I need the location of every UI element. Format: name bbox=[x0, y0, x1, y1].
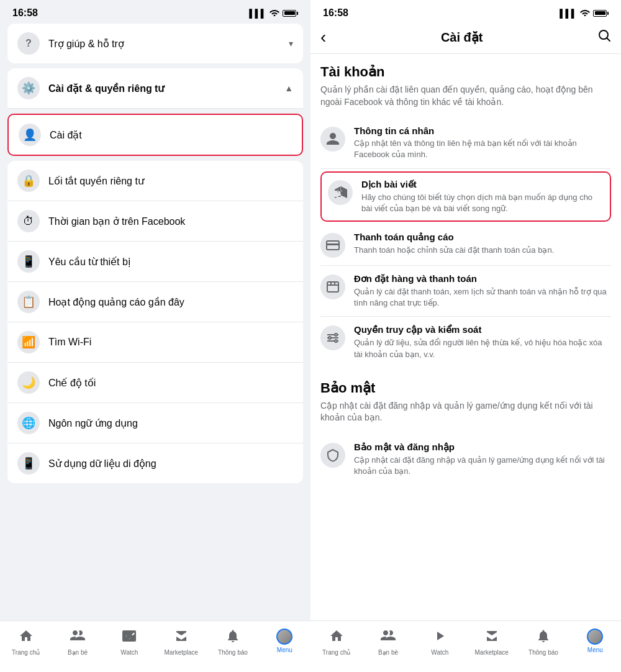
dark-mode-item[interactable]: 🌙 Chế độ tối bbox=[7, 363, 303, 403]
don-dat-hang-item[interactable]: Đơn đặt hàng và thanh toán Quản lý cài đ… bbox=[320, 266, 611, 317]
help-section: ? Trợ giúp & hỗ trợ ▾ bbox=[7, 24, 303, 63]
left-status-bar: 16:58 ▌▌▌ bbox=[0, 0, 310, 24]
watch-label: Watch bbox=[120, 649, 138, 656]
time-on-fb-item[interactable]: ⏱ Thời gian bạn ở trên Facebook bbox=[7, 201, 303, 242]
data-usage-label: Sử dụng dữ liệu di động bbox=[48, 458, 293, 470]
cai-dat-item[interactable]: 👤 Cài đặt bbox=[9, 115, 302, 155]
bao-mat-title: Bảo mật bbox=[320, 380, 611, 396]
globe-icon: 🌐 bbox=[17, 412, 40, 434]
help-icon: ? bbox=[17, 32, 40, 55]
tai-khoan-title: Tài khoản bbox=[320, 64, 611, 80]
clock-icon: ⏱ bbox=[17, 210, 40, 232]
battery-icon bbox=[283, 10, 298, 17]
search-button[interactable] bbox=[597, 29, 611, 46]
left-nav-home[interactable]: Trang chủ bbox=[0, 626, 52, 658]
right-nav-marketplace[interactable]: Marketplace bbox=[466, 626, 517, 658]
translate-icon bbox=[328, 180, 353, 205]
quyen-truy-cap-item[interactable]: Quyền truy cập và kiểm soát Quản lý dữ l… bbox=[320, 317, 611, 367]
bao-mat-desc: Cập nhật cài đặt đăng nhập và quản lý ga… bbox=[320, 400, 611, 424]
left-nav-marketplace[interactable]: Marketplace bbox=[155, 626, 207, 658]
right-nav-watch[interactable]: Watch bbox=[414, 626, 466, 658]
thong-tin-ca-nhan-desc: Cập nhật tên và thông tin liên hệ mà bạn… bbox=[354, 138, 611, 160]
thong-tin-ca-nhan-content: Thông tin cá nhân Cập nhật tên và thông … bbox=[354, 125, 611, 160]
right-panel: 16:58 ▌▌▌ ‹ Cài đặt bbox=[310, 0, 621, 672]
quyen-truy-cap-desc: Quản lý dữ liệu, sửa đổi người liên hệ t… bbox=[354, 337, 611, 360]
right-nav-home[interactable]: Trang chủ bbox=[310, 626, 362, 658]
thong-tin-ca-nhan-item[interactable]: Thông tin cá nhân Cập nhật tên và thông … bbox=[320, 118, 611, 168]
bao-mat-dang-nhap-content: Bảo mật và đăng nhập Cập nhật cài đặt đă… bbox=[354, 442, 611, 477]
settings-header[interactable]: ⚙️ Cài đặt & quyền riêng tư ▲ bbox=[7, 68, 303, 109]
settings-header-label: Cài đặt & quyền riêng tư bbox=[48, 83, 284, 94]
right-watch-icon bbox=[432, 629, 447, 647]
cai-dat-icon: 👤 bbox=[19, 124, 41, 146]
settings-gear-icon: ⚙️ bbox=[17, 77, 40, 99]
right-friends-icon bbox=[380, 629, 396, 647]
thanh-toan-qc-content: Thanh toán quảng cáo Thanh toán hoặc chỉ… bbox=[354, 232, 611, 256]
dich-bai-viet-title: Dịch bài viết bbox=[361, 179, 604, 190]
device-request-label: Yêu cầu từ thiết bị bbox=[48, 256, 293, 268]
cai-dat-label: Cài đặt bbox=[50, 129, 292, 141]
left-nav-friends[interactable]: Bạn bè bbox=[52, 626, 103, 658]
tai-khoan-desc: Quản lý phần cài đặt liên quan đến quyền… bbox=[320, 84, 611, 108]
tai-khoan-section: Tài khoản Quản lý phần cài đặt liên quan… bbox=[320, 64, 611, 368]
right-status-bar: 16:58 ▌▌▌ bbox=[310, 0, 621, 24]
right-watch-label: Watch bbox=[431, 649, 448, 656]
data-usage-item[interactable]: 📱 Sử dụng dữ liệu di động bbox=[7, 443, 303, 483]
language-item[interactable]: 🌐 Ngôn ngữ ứng dụng bbox=[7, 403, 303, 443]
right-time: 16:58 bbox=[323, 7, 348, 19]
right-bottom-nav: Trang chủ Bạn bè Watch Marketplace Thông… bbox=[310, 620, 621, 672]
help-chevron: ▾ bbox=[289, 39, 293, 48]
right-notifications-label: Thông báo bbox=[528, 649, 558, 656]
bao-mat-section: Bảo mật Cập nhật cài đặt đăng nhập và qu… bbox=[320, 380, 611, 485]
ad-activity-item[interactable]: 📋 Hoạt động quảng cáo gần đây bbox=[7, 282, 303, 322]
marketplace-label: Marketplace bbox=[164, 649, 197, 656]
svg-line-1 bbox=[607, 39, 610, 42]
box-icon bbox=[320, 275, 345, 299]
data-icon: 📱 bbox=[17, 452, 40, 474]
bao-mat-dang-nhap-item[interactable]: Bảo mật và đăng nhập Cập nhật cài đặt đă… bbox=[320, 434, 611, 484]
privacy-shortcut-item[interactable]: 🔒 Lối tắt quyền riêng tư bbox=[7, 161, 303, 201]
left-nav-notifications[interactable]: Thông báo bbox=[207, 626, 258, 658]
right-wifi-icon bbox=[580, 9, 590, 18]
bao-mat-dang-nhap-title: Bảo mật và đăng nhập bbox=[354, 442, 611, 453]
dich-bai-viet-item-highlighted[interactable]: Dịch bài viết Hãy cho chúng tôi biết tùy… bbox=[320, 171, 611, 222]
help-item[interactable]: ? Trợ giúp & hỗ trợ ▾ bbox=[7, 24, 303, 63]
back-button[interactable]: ‹ bbox=[320, 29, 326, 46]
don-dat-hang-content: Đơn đặt hàng và thanh toán Quản lý cài đ… bbox=[354, 273, 611, 309]
bell-icon bbox=[226, 629, 240, 647]
thanh-toan-qc-desc: Thanh toán hoặc chỉnh sửa cài đặt thanh … bbox=[354, 245, 611, 256]
thanh-toan-qc-title: Thanh toán quảng cáo bbox=[354, 232, 611, 243]
marketplace-icon bbox=[174, 629, 189, 647]
right-bell-icon bbox=[537, 629, 550, 647]
left-nav-watch[interactable]: Watch bbox=[104, 626, 155, 658]
wifi-label: Tìm Wi-Fi bbox=[48, 337, 293, 348]
right-home-icon bbox=[329, 629, 344, 647]
wifi-item[interactable]: 📶 Tìm Wi-Fi bbox=[7, 322, 303, 363]
right-nav-friends[interactable]: Bạn bè bbox=[362, 626, 414, 658]
notifications-label: Thông báo bbox=[218, 649, 248, 656]
right-home-label: Trang chủ bbox=[322, 649, 350, 656]
settings-chevron-up: ▲ bbox=[284, 83, 293, 93]
right-header-title: Cài đặt bbox=[441, 30, 483, 45]
right-nav-menu[interactable]: Menu bbox=[569, 626, 621, 656]
cai-dat-highlighted[interactable]: 👤 Cài đặt bbox=[7, 114, 303, 156]
device-request-item[interactable]: 📱 Yêu cầu từ thiết bị bbox=[7, 242, 303, 282]
svg-rect-3 bbox=[327, 243, 339, 245]
friends-icon bbox=[70, 629, 86, 647]
right-marketplace-icon bbox=[484, 629, 499, 647]
dich-bai-viet-desc: Hãy cho chúng tôi biết tùy chọn dịch mà … bbox=[361, 192, 604, 214]
left-nav-menu[interactable]: Menu bbox=[259, 626, 310, 656]
thanh-toan-qc-item[interactable]: Thanh toán quảng cáo Thanh toán hoặc chỉ… bbox=[320, 224, 611, 266]
home-label: Trang chủ bbox=[12, 649, 40, 656]
don-dat-hang-desc: Quản lý cài đặt thanh toán, xem lịch sử … bbox=[354, 286, 611, 309]
left-bottom-nav: Trang chủ Bạn bè Watch Marketplace Thông… bbox=[0, 620, 310, 672]
svg-rect-4 bbox=[327, 282, 338, 292]
controls-icon bbox=[320, 325, 345, 350]
credit-card-icon bbox=[320, 233, 345, 258]
svg-point-5 bbox=[329, 337, 331, 339]
signal-icon: ▌▌▌ bbox=[249, 9, 266, 18]
settings-sub-items: 🔒 Lối tắt quyền riêng tư ⏱ Thời gian bạn… bbox=[7, 161, 303, 483]
right-nav-notifications[interactable]: Thông báo bbox=[517, 626, 569, 658]
privacy-shortcut-label: Lối tắt quyền riêng tư bbox=[48, 175, 293, 187]
left-panel: 16:58 ▌▌▌ ? Trợ giúp & h bbox=[0, 0, 310, 672]
